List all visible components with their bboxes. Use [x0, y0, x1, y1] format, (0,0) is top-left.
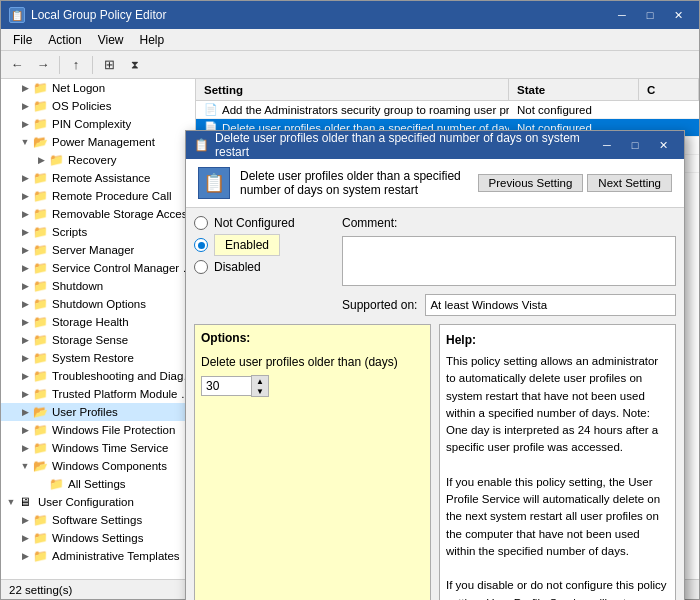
sidebar-item-shutdown-options[interactable]: ▶ 📁 Shutdown Options: [1, 295, 195, 313]
sidebar-item-shutdown[interactable]: ▶ 📁 Shutdown: [1, 277, 195, 295]
sidebar-item-scripts[interactable]: ▶ 📁 Scripts: [1, 223, 195, 241]
minimize-button[interactable]: ─: [609, 5, 635, 25]
supported-value: At least Windows Vista: [425, 294, 676, 316]
previous-setting-button[interactable]: Previous Setting: [478, 174, 584, 192]
sidebar-item-windows-settings[interactable]: ▶ 📁 Windows Settings: [1, 529, 195, 547]
menu-action[interactable]: Action: [40, 31, 89, 49]
dialog-close-button[interactable]: ✕: [650, 135, 676, 155]
sidebar-item-os-policies[interactable]: ▶ 📁 OS Policies: [1, 97, 195, 115]
sidebar-item-label: Windows Settings: [52, 532, 143, 544]
back-button[interactable]: ←: [5, 54, 29, 76]
folder-icon: 📁: [33, 81, 49, 95]
list-row[interactable]: 📄 Add the Administrators security group …: [196, 101, 699, 119]
sidebar-item-removable-storage[interactable]: ▶ 📁 Removable Storage Access: [1, 205, 195, 223]
header-comment: C: [639, 79, 699, 100]
dialog-controls: ─ □ ✕: [594, 135, 676, 155]
options-label: Options:: [201, 331, 424, 345]
sidebar-item-pin-complexity[interactable]: ▶ 📁 PIN Complexity: [1, 115, 195, 133]
sidebar-item-windows-time[interactable]: ▶ 📁 Windows Time Service: [1, 439, 195, 457]
title-bar-left: 📋 Local Group Policy Editor: [9, 7, 166, 23]
sidebar-item-user-profiles[interactable]: ▶ 📂 User Profiles: [1, 403, 195, 421]
spinner-row: 30 ▲ ▼: [201, 375, 424, 397]
sidebar-item-label: Service Control Manager Setti...: [52, 262, 195, 274]
sidebar-item-label: Scripts: [52, 226, 87, 238]
sidebar-item-wfp[interactable]: ▶ 📁 Windows File Protection: [1, 421, 195, 439]
sidebar-item-system-restore[interactable]: ▶ 📁 System Restore: [1, 349, 195, 367]
sidebar-item-user-config[interactable]: ▼ 🖥 User Configuration: [1, 493, 195, 511]
maximize-button[interactable]: □: [637, 5, 663, 25]
spinner-down-button[interactable]: ▼: [252, 386, 268, 396]
sidebar-item-all-settings[interactable]: 📁 All Settings: [1, 475, 195, 493]
folder-icon: 📁: [33, 369, 49, 383]
sidebar-item-label: Trusted Platform Module Servi...: [52, 388, 195, 400]
menu-bar: File Action View Help: [1, 29, 699, 51]
expand-icon: ▼: [17, 458, 33, 474]
expand-icon: ▶: [17, 278, 33, 294]
sidebar-item-scm[interactable]: ▶ 📁 Service Control Manager Setti...: [1, 259, 195, 277]
expand-icon: ▶: [17, 404, 33, 420]
expand-icon: ▶: [17, 350, 33, 366]
folder-icon: 📁: [33, 243, 49, 257]
folder-icon: 📁: [33, 225, 49, 239]
filter-button[interactable]: ⧗: [123, 54, 147, 76]
sidebar-item-troubleshooting[interactable]: ▶ 📁 Troubleshooting and Diagnosti...: [1, 367, 195, 385]
sidebar-item-power-management[interactable]: ▼ 📂 Power Management: [1, 133, 195, 151]
expand-icon: ▶: [17, 530, 33, 546]
next-setting-button[interactable]: Next Setting: [587, 174, 672, 192]
radio-disabled[interactable]: Disabled: [194, 260, 334, 274]
folder-icon: 📁: [33, 189, 49, 203]
sidebar-item-rpc[interactable]: ▶ 📁 Remote Procedure Call: [1, 187, 195, 205]
sidebar-item-storage-sense[interactable]: ▶ 📁 Storage Sense: [1, 331, 195, 349]
sidebar-item-label: Windows Components: [52, 460, 167, 472]
up-button[interactable]: ↑: [64, 54, 88, 76]
expand-icon: ▶: [17, 242, 33, 258]
dialog-minimize-button[interactable]: ─: [594, 135, 620, 155]
radio-outer: [194, 216, 208, 230]
sidebar-item-label: Troubleshooting and Diagnosti...: [52, 370, 195, 382]
sidebar-item-label: Remote Assistance: [52, 172, 150, 184]
folder-icon: 📁: [49, 153, 65, 167]
forward-button[interactable]: →: [31, 54, 55, 76]
spinner-buttons: ▲ ▼: [251, 375, 269, 397]
sidebar-item-storage-health[interactable]: ▶ 📁 Storage Health: [1, 313, 195, 331]
list-cell-comment: [639, 101, 699, 118]
sidebar-item-admin-templates[interactable]: ▶ 📁 Administrative Templates: [1, 547, 195, 565]
days-input[interactable]: 30: [201, 376, 251, 396]
sidebar-item-label: Net Logon: [52, 82, 105, 94]
folder-icon: 📁: [33, 117, 49, 131]
enabled-label: Enabled: [214, 234, 280, 256]
folder-icon: 📁: [33, 531, 49, 545]
dialog-title-text: Delete user profiles older than a specif…: [215, 131, 594, 159]
close-button[interactable]: ✕: [665, 5, 691, 25]
dialog-header-icon: 📋: [198, 167, 230, 199]
sidebar-item-recovery[interactable]: ▶ 📁 Recovery: [1, 151, 195, 169]
sidebar-item-net-logon[interactable]: ▶ 📁 Net Logon: [1, 79, 195, 97]
expand-icon: ▶: [17, 296, 33, 312]
sidebar-item-label: Power Management: [52, 136, 155, 148]
sidebar-item-remote-assistance[interactable]: ▶ 📁 Remote Assistance: [1, 169, 195, 187]
dialog-header-text: Delete user profiles older than a specif…: [240, 169, 468, 197]
radio-enabled[interactable]: Enabled: [194, 234, 334, 256]
spinner-up-button[interactable]: ▲: [252, 376, 268, 386]
sidebar-item-label: PIN Complexity: [52, 118, 131, 130]
folder-icon: 🖥: [19, 495, 35, 509]
sidebar-item-tpm[interactable]: ▶ 📁 Trusted Platform Module Servi...: [1, 385, 195, 403]
main-window-title: Local Group Policy Editor: [31, 8, 166, 22]
comment-textarea[interactable]: [342, 236, 676, 286]
list-cell-setting: 📄 Add the Administrators security group …: [196, 101, 509, 118]
folder-icon: 📁: [33, 333, 49, 347]
sidebar-item-server-manager[interactable]: ▶ 📁 Server Manager: [1, 241, 195, 259]
dialog-maximize-button[interactable]: □: [622, 135, 648, 155]
sidebar-item-windows-components[interactable]: ▼ 📂 Windows Components: [1, 457, 195, 475]
show-tree-button[interactable]: ⊞: [97, 54, 121, 76]
menu-help[interactable]: Help: [132, 31, 173, 49]
menu-view[interactable]: View: [90, 31, 132, 49]
expand-icon: ▶: [17, 224, 33, 240]
sidebar-item-software-settings[interactable]: ▶ 📁 Software Settings: [1, 511, 195, 529]
expand-icon: ▶: [17, 422, 33, 438]
folder-icon: 📁: [33, 207, 49, 221]
folder-icon: 📁: [33, 513, 49, 527]
title-bar-controls: ─ □ ✕: [609, 5, 691, 25]
menu-file[interactable]: File: [5, 31, 40, 49]
radio-not-configured[interactable]: Not Configured: [194, 216, 334, 230]
